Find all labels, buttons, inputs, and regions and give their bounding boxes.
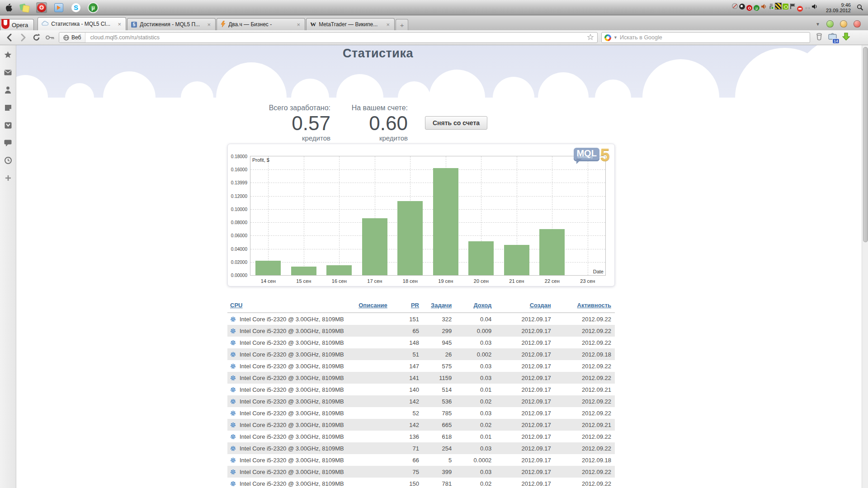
column-header-link[interactable]: Создан <box>530 302 551 309</box>
usb-icon[interactable] <box>768 3 775 10</box>
balance-label: На вашем счете: <box>333 104 408 112</box>
nvidia-icon[interactable] <box>782 3 789 10</box>
search-engine-dropdown-icon[interactable]: ▼ <box>611 35 620 40</box>
column-header-link[interactable]: Доход <box>473 302 491 309</box>
window-close-button[interactable] <box>854 20 861 28</box>
media-player-icon[interactable] <box>53 2 64 13</box>
wikipedia-favicon-icon: W <box>310 21 316 28</box>
activity-cell: 2012.09.18 <box>555 454 615 466</box>
back-button[interactable] <box>5 33 14 42</box>
cloud-shape <box>65 83 94 112</box>
income-cell: 0.02 <box>455 419 495 431</box>
notes-icon[interactable] <box>19 2 30 13</box>
trash-icon[interactable] <box>816 33 823 42</box>
sidebar-item-history[interactable] <box>4 157 12 165</box>
activity-cell: 2012.09.22 <box>555 478 615 488</box>
y-tick-label: 0.13999 <box>231 180 247 185</box>
tasks-cell: 5 <box>423 454 455 466</box>
desc-cell <box>350 466 391 478</box>
cpu-cell: Intel Core i5-2320 @ 3.00GHz, 8109MB <box>227 454 350 466</box>
reload-button[interactable] <box>32 33 42 42</box>
opera-tray-icon[interactable]: O <box>746 5 753 12</box>
created-cell: 2012.09.17 <box>495 325 554 337</box>
search-spotlight-icon[interactable] <box>857 4 863 11</box>
search-field[interactable]: ▼ Искать в Google <box>601 32 810 43</box>
created-cell: 2012.09.17 <box>495 313 554 325</box>
search-placeholder[interactable]: Искать в Google <box>620 34 662 41</box>
tab-title: MetaTrader — Википе... <box>319 21 382 28</box>
tasks-cell: 945 <box>423 337 455 348</box>
tasks-cell: 514 <box>423 384 455 395</box>
pr-cell: 52 <box>391 407 423 419</box>
utorrent-icon[interactable]: µ <box>88 2 99 13</box>
column-header-link[interactable]: Описание <box>359 302 387 309</box>
note-icon <box>5 104 12 113</box>
lightning-favicon-icon <box>221 21 226 28</box>
clock-time: 9:46 <box>826 2 851 8</box>
created-cell: 2012.09.17 <box>495 337 554 348</box>
notes-glyph <box>20 3 29 12</box>
scrollbar-thumb[interactable] <box>863 47 868 242</box>
tab-close-button[interactable]: × <box>207 21 212 28</box>
page-scrollbar[interactable] <box>862 45 868 488</box>
tab-close-button[interactable]: × <box>386 21 391 28</box>
income-cell: 0.01 <box>455 431 495 442</box>
bookmark-star-icon[interactable] <box>584 34 597 42</box>
volume-icon[interactable] <box>760 3 768 10</box>
x-tick-label: 17 сен <box>367 278 382 284</box>
steam-icon[interactable] <box>739 3 746 10</box>
warning-icon[interactable] <box>775 2 782 9</box>
browser-tab[interactable]: Два.ч — Бизнес -× <box>217 18 305 30</box>
chart-bar <box>255 261 281 275</box>
new-tab-button[interactable]: + <box>396 19 408 30</box>
speaker-icon[interactable] <box>811 3 818 10</box>
skype-icon[interactable]: S <box>71 2 81 13</box>
network-icon[interactable]: ‹··› <box>804 4 811 11</box>
pr-cell: 140 <box>391 384 423 395</box>
sidebar-item-chat[interactable] <box>4 140 12 148</box>
dnd-icon[interactable] <box>797 5 804 13</box>
sidebar-item-bookmarks[interactable] <box>4 52 12 60</box>
url-text[interactable]: cloud.mql5.com/ru/statistics <box>85 34 584 41</box>
browser-tab[interactable]: 5Достижения - MQL5 П...× <box>127 18 216 30</box>
desc-cell <box>350 454 391 466</box>
browser-tab[interactable]: Статистика - MQL5 Cl...× <box>38 17 126 30</box>
tab-close-button[interactable]: × <box>117 21 123 28</box>
sidebar-item-add[interactable] <box>4 175 12 183</box>
desc-cell <box>350 431 391 442</box>
turbo-download-icon[interactable] <box>842 33 850 42</box>
column-header-link[interactable]: PR <box>411 302 419 309</box>
sidebar-item-notes[interactable] <box>4 104 12 113</box>
tasks-cell: 785 <box>423 407 455 419</box>
flag-icon[interactable] <box>789 3 797 10</box>
sidebar-item-contacts[interactable] <box>4 87 12 95</box>
browser-tab[interactable]: WMetaTrader — Википе...× <box>306 18 395 30</box>
sidebar-item-downloads[interactable] <box>4 122 12 130</box>
withdraw-button[interactable]: Снять со счета <box>425 116 487 130</box>
address-field[interactable]: Веб cloud.mql5.com/ru/statistics <box>59 32 598 43</box>
opera-app-icon[interactable]: O <box>36 2 47 13</box>
web-badge[interactable]: Веб <box>59 33 85 42</box>
apple-icon[interactable] <box>5 4 13 12</box>
income-cell: 0.01 <box>455 384 495 395</box>
cloud-shape <box>642 59 719 136</box>
opera-menu-button[interactable]: Opera <box>0 19 34 30</box>
column-header-link[interactable]: CPU <box>230 302 242 309</box>
wifi-off-icon[interactable] <box>731 2 739 9</box>
sidebar-item-mail[interactable] <box>4 69 12 77</box>
utorrent-tray-icon[interactable]: µ <box>753 5 760 12</box>
activity-cell: 2012.09.22 <box>555 395 615 407</box>
column-header-link[interactable]: Активность <box>577 302 611 309</box>
tv-icon[interactable]: 14 <box>828 33 837 42</box>
column-header-link[interactable]: Задачи <box>431 302 452 309</box>
tab-menu-chevron-icon[interactable]: ▼ <box>816 22 820 27</box>
tab-close-button[interactable]: × <box>296 21 302 28</box>
window-maximize-button[interactable] <box>840 20 847 28</box>
income-cell: 0.02 <box>455 478 495 488</box>
forward-button[interactable] <box>18 33 28 42</box>
created-cell: 2012.09.17 <box>495 372 554 384</box>
key-icon[interactable] <box>45 33 55 42</box>
cloud-shape <box>181 81 213 114</box>
window-minimize-button[interactable] <box>826 20 834 28</box>
clock: 9:46 23.09.2012 <box>826 2 851 13</box>
